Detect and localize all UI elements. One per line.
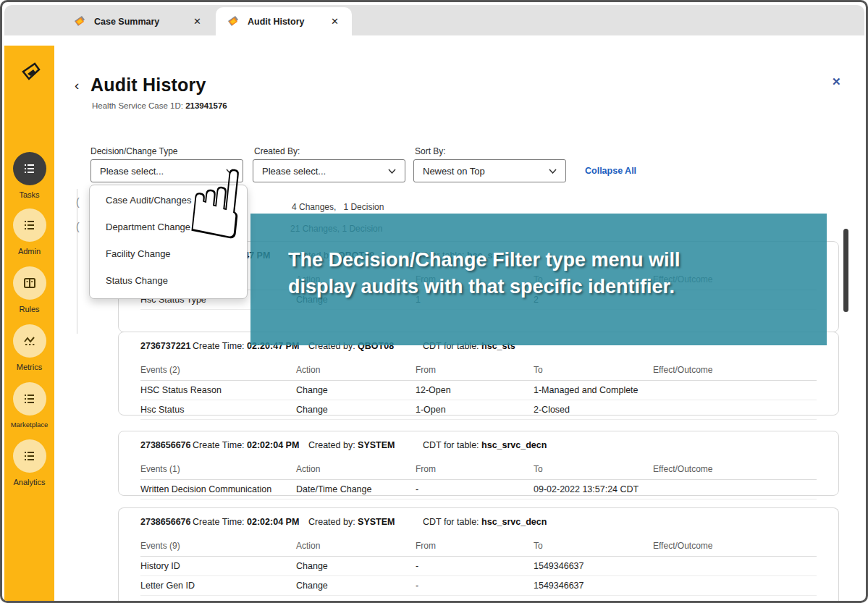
chevron-down-icon (226, 169, 234, 174)
menu-item-case-audit-changes[interactable]: Case Audit/Changes (90, 187, 247, 214)
panel-close-icon[interactable]: ✕ (829, 74, 844, 90)
events-table-header: Events (2) Action From To Effect/Outcome (140, 360, 817, 381)
events-table-header: Events (1) Action From To Effect/Outcome (140, 459, 817, 480)
tab-close-icon[interactable]: ✕ (190, 14, 204, 28)
page-title: Audit History (90, 75, 206, 96)
chevron-down-icon (549, 169, 557, 174)
sidebar-item-label: Metrics (4, 363, 54, 371)
record-cdt-table: CDT for table: hsc_srvc_decn (423, 517, 547, 527)
marketplace-icon (13, 382, 46, 416)
audit-record-card: 2738656676 Create Time: 02:02:04 PM Crea… (118, 431, 839, 496)
sort-by-value: Newest on Top (423, 166, 485, 177)
event-row: History ID Change - 1549346637 (140, 557, 817, 576)
collapse-all-link[interactable]: Collapse All (585, 166, 636, 176)
sidebar-item-rules[interactable]: Rules (4, 266, 54, 313)
created-by-label: Created By: (254, 146, 300, 156)
case-id-line: Health Service Case 1D: 213941576 (92, 101, 227, 110)
expand-chevron-icon[interactable]: ( (76, 221, 80, 232)
menu-item-department-change[interactable]: Department Change (90, 214, 247, 240)
tasks-icon (13, 152, 46, 185)
record-cdt-table: CDT for table: hsc_srvc_decn (423, 440, 547, 450)
event-row: Written Decision Communication Date/Time… (140, 480, 817, 499)
coachmark-text: The Decision/Change Filter type menu wil… (288, 247, 681, 300)
rules-book-icon (13, 266, 46, 300)
record-id: 2738656676 (140, 517, 191, 527)
record-id: 2736737221 (140, 341, 191, 351)
tab-audit-history[interactable]: Audit History ✕ (216, 7, 352, 35)
record-created-by: Created by: SYSTEM (308, 517, 395, 527)
metrics-chart-icon (13, 324, 46, 358)
sidebar-logo-icon (20, 62, 42, 83)
analytics-icon (13, 439, 46, 473)
record-created-by: Created by: SYSTEM (308, 440, 395, 450)
record-id: 2738656676 (140, 440, 191, 450)
events-table: Events (1) Action From To Effect/Outcome… (140, 459, 817, 499)
sidebar-item-label: Analytics (4, 478, 54, 486)
created-by-value: Please select... (262, 166, 326, 177)
list-container-edge (77, 189, 77, 334)
events-count-label: Events (2) (140, 365, 296, 375)
sidebar-item-label: Marketplace (4, 421, 54, 429)
sort-by-label: Sort By: (415, 146, 446, 156)
tab-label: Audit History (248, 17, 304, 27)
app-window: Case Summary ✕ Audit History ✕ Tasks (0, 0, 868, 603)
decision-type-menu: Case Audit/Changes Department Change Fac… (89, 185, 248, 299)
event-row: Letter Gen ID Change - 1549346637 (140, 576, 817, 596)
app-logo-icon (72, 14, 87, 29)
chevron-down-icon (388, 169, 396, 174)
tab-bar: Case Summary ✕ Audit History ✕ (4, 5, 864, 35)
record-header: 2738656676 Create Time: 02:02:04 PM Crea… (119, 517, 838, 536)
back-chevron-icon[interactable]: ‹ (75, 78, 79, 92)
app-logo-icon (226, 14, 240, 29)
sidebar-item-label: Admin (4, 247, 54, 256)
sidebar-item-metrics[interactable]: Metrics (4, 324, 54, 371)
created-by-select[interactable]: Please select... (253, 159, 405, 182)
sidebar-item-label: Rules (4, 305, 54, 313)
decision-type-value: Please select... (100, 166, 164, 177)
tab-case-summary[interactable]: Case Summary ✕ (62, 7, 214, 35)
decision-type-label: Decision/Change Type (90, 146, 178, 156)
event-row: Hsc Status Change 1-Open 2-Closed (140, 400, 817, 420)
sidebar: Tasks Admin Rules Metrics Marketplace (4, 46, 54, 603)
tab-label: Case Summary (94, 17, 159, 27)
sidebar-item-analytics[interactable]: Analytics (4, 439, 54, 486)
expand-chevron-icon[interactable]: ( (76, 196, 80, 208)
sidebar-item-admin[interactable]: Admin (4, 208, 54, 256)
event-row: Request ID Change - 1549346637 (140, 596, 817, 603)
tab-close-icon[interactable]: ✕ (328, 14, 342, 28)
events-table: Events (9) Action From To Effect/Outcome… (140, 536, 817, 603)
events-table-header: Events (9) Action From To Effect/Outcome (140, 536, 817, 557)
collapsed-row-summary: 4 Changes, 1 Decision (292, 202, 384, 212)
record-create-time: Create Time: 02:02:04 PM (193, 440, 299, 450)
sidebar-item-label: Tasks (4, 190, 54, 199)
admin-icon (13, 208, 46, 242)
sidebar-item-marketplace[interactable]: Marketplace (4, 382, 54, 429)
coachmark-overlay: The Decision/Change Filter type menu wil… (250, 214, 827, 345)
events-count-label: Events (9) (140, 541, 296, 551)
audit-record-card: 2738656676 Create Time: 02:02:04 PM Crea… (118, 507, 839, 603)
sidebar-item-tasks[interactable]: Tasks (4, 152, 54, 199)
case-id-label: Health Service Case 1D: (92, 101, 183, 110)
events-table: Events (2) Action From To Effect/Outcome… (140, 360, 817, 420)
case-id-value: 213941576 (185, 101, 227, 110)
event-row: HSC Status Reason Change 12-Open 1-Manag… (140, 381, 817, 400)
scrollbar-thumb[interactable] (843, 229, 848, 312)
menu-item-status-change[interactable]: Status Change (90, 267, 247, 294)
menu-item-facility-change[interactable]: Facility Change (90, 240, 247, 267)
record-header: 2738656676 Create Time: 02:02:04 PM Crea… (119, 440, 838, 459)
decision-type-select[interactable]: Please select... (90, 159, 243, 182)
record-create-time: Create Time: 02:02:04 PM (193, 517, 299, 527)
events-count-label: Events (1) (140, 464, 296, 474)
sort-by-select[interactable]: Newest on Top (413, 159, 566, 182)
